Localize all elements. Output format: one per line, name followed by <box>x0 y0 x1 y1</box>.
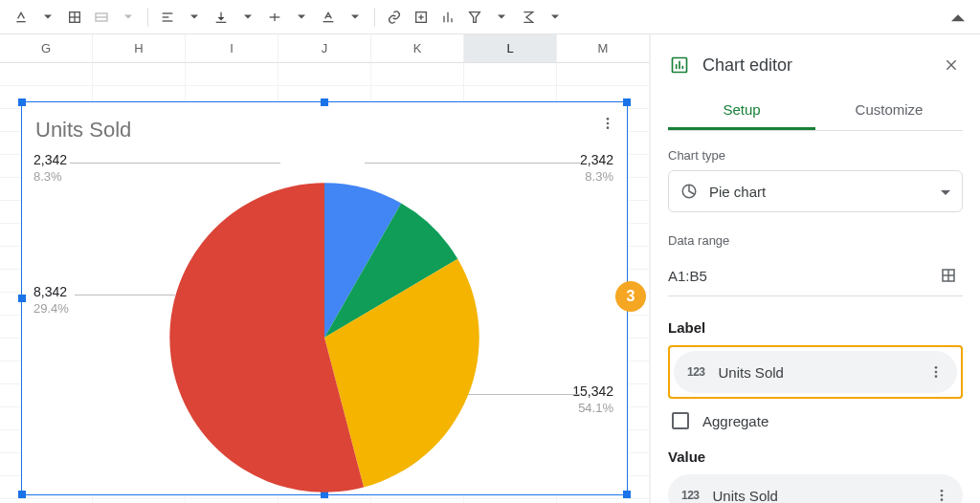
column-header[interactable]: I <box>186 34 278 63</box>
link-button[interactable] <box>381 4 408 31</box>
selection-handle[interactable] <box>321 98 328 106</box>
aggregate-checkbox[interactable] <box>672 412 689 429</box>
filter-button[interactable] <box>461 4 488 31</box>
svg-point-38 <box>941 494 944 497</box>
selection-handle[interactable] <box>18 295 26 302</box>
leader-line <box>70 163 280 164</box>
toolbar <box>0 0 980 34</box>
aggregate-label: Aggregate <box>702 413 768 429</box>
chart-editor-sidebar: Chart editor Setup Customize Chart type … <box>651 34 980 503</box>
svg-point-37 <box>941 490 944 492</box>
label-chip-menu[interactable] <box>924 361 947 383</box>
chevron-down-icon[interactable] <box>342 4 368 31</box>
selection-handle[interactable] <box>18 491 26 498</box>
chart-type-value: Pie chart <box>709 184 941 200</box>
sidebar-title: Chart editor <box>702 55 940 76</box>
chevron-down-icon[interactable] <box>488 4 515 31</box>
insert-comment-button[interactable] <box>408 4 434 31</box>
value-section-title: Value <box>668 448 963 465</box>
label-chip-highlight: 123 Units Sold <box>668 345 963 399</box>
column-header[interactable]: G <box>0 34 93 63</box>
chevron-down-icon[interactable] <box>115 4 142 31</box>
pie-data-label: 15,342 54.1% <box>572 383 613 416</box>
embedded-chart[interactable]: Units Sold 2,342 8.3% 2,342 8.3% 15,342 … <box>21 101 628 495</box>
tab-setup[interactable]: Setup <box>668 94 815 130</box>
fill-color-button[interactable] <box>8 4 34 31</box>
svg-marker-20 <box>470 11 480 22</box>
selection-handle[interactable] <box>623 491 631 498</box>
label-section-title: Label <box>668 319 963 336</box>
column-header[interactable]: K <box>371 34 464 63</box>
column-header[interactable]: J <box>278 34 371 63</box>
svg-point-21 <box>607 118 610 120</box>
pie-data-label: 2,342 8.3% <box>580 152 613 185</box>
value-chip[interactable]: 123 Units Sold <box>668 474 963 503</box>
svg-point-36 <box>935 375 938 378</box>
close-sidebar-button[interactable] <box>940 54 963 77</box>
data-range-label: Data range <box>668 233 963 248</box>
chart-title: Units Sold <box>35 118 131 142</box>
borders-button[interactable] <box>61 4 88 31</box>
column-header-row: GHIJKLM <box>0 34 650 63</box>
pie-chart <box>167 180 482 495</box>
label-chip[interactable]: 123 Units Sold <box>674 351 957 393</box>
column-header[interactable]: M <box>557 34 650 63</box>
column-header[interactable]: L <box>464 34 557 63</box>
selection-handle[interactable] <box>18 98 26 106</box>
chart-editor-icon <box>668 54 691 77</box>
chart-type-label: Chart type <box>668 148 963 163</box>
pie-chart-icon <box>680 183 698 200</box>
chevron-down-icon[interactable] <box>34 4 61 31</box>
svg-point-22 <box>607 122 610 125</box>
text-rotate-button[interactable] <box>315 4 342 31</box>
tab-customize[interactable]: Customize <box>815 94 963 130</box>
tutorial-callout-badge: 3 <box>615 281 646 316</box>
functions-button[interactable] <box>515 4 542 31</box>
collapse-toolbar-button[interactable] <box>944 4 972 31</box>
svg-point-35 <box>935 371 938 374</box>
data-range-input[interactable]: A1:B5 <box>668 268 934 284</box>
main-area: GHIJKLM Units Sold 2,342 8.3% 2,342 <box>0 34 980 503</box>
label-chip-text: Units Sold <box>719 364 924 381</box>
toolbar-separator <box>147 8 148 27</box>
chevron-down-icon <box>941 183 950 200</box>
sheet-area: GHIJKLM Units Sold 2,342 8.3% 2,342 <box>0 34 651 503</box>
aggregate-checkbox-row[interactable]: Aggregate <box>672 412 963 429</box>
chevron-down-icon[interactable] <box>542 4 568 31</box>
chevron-down-icon[interactable] <box>234 4 261 31</box>
chart-more-menu[interactable] <box>596 112 619 135</box>
number-type-icon: 123 <box>681 489 700 502</box>
svg-point-39 <box>941 498 944 501</box>
svg-point-34 <box>935 366 938 369</box>
value-chip-text: Units Sold <box>713 488 930 504</box>
svg-point-23 <box>607 126 610 129</box>
text-wrap-button[interactable] <box>261 4 288 31</box>
selection-handle[interactable] <box>623 98 631 106</box>
select-range-button[interactable] <box>934 261 963 290</box>
leader-line <box>365 163 580 164</box>
pie-data-label: 8,342 29.4% <box>33 284 69 317</box>
chart-type-dropdown[interactable]: Pie chart <box>668 170 963 212</box>
merge-cells-button[interactable] <box>88 4 115 31</box>
sidebar-tabs: Setup Customize <box>668 94 963 131</box>
value-chip-menu[interactable] <box>930 484 953 503</box>
column-header[interactable]: H <box>93 34 186 63</box>
h-align-button[interactable] <box>154 4 181 31</box>
insert-chart-button[interactable] <box>434 4 461 31</box>
leader-line <box>75 295 175 295</box>
chevron-down-icon[interactable] <box>288 4 315 31</box>
toolbar-separator <box>374 8 375 27</box>
number-type-icon: 123 <box>687 365 705 379</box>
pie-data-label: 2,342 8.3% <box>33 152 67 185</box>
chevron-down-icon[interactable] <box>181 4 208 31</box>
v-align-button[interactable] <box>208 4 234 31</box>
